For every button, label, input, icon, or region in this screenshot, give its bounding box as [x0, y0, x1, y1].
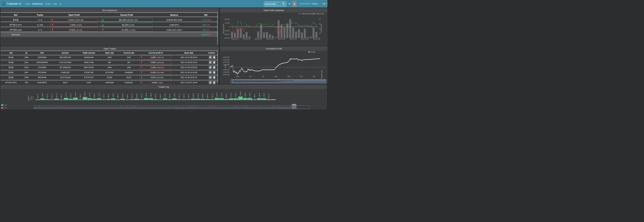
svg-text:1.20 %: 1.20 % — [146, 93, 147, 97]
svg-text:0.42 %: 0.42 % — [37, 94, 38, 99]
svg-text:3,000,000: 3,000,000 — [223, 59, 230, 61]
svg-text:4,000,000: 4,000,000 — [223, 56, 230, 58]
svg-text:Aug: Aug — [274, 75, 277, 77]
svg-text:0.44 %: 0.44 % — [103, 94, 104, 99]
svg-text:0: 0 — [229, 26, 230, 27]
svg-text:-2,000,000: -2,000,000 — [222, 71, 230, 73]
svg-text:0.30 %: 0.30 % — [126, 94, 128, 99]
svg-text:< 0: < 0 — [4, 107, 7, 109]
svg-text:0.54 %: 0.54 % — [155, 94, 156, 98]
svg-text:1.04 %: 1.04 % — [235, 93, 236, 98]
svg-text:Trade Count: Trade Count — [316, 13, 324, 15]
svg-text:0.69 %: 0.69 % — [202, 93, 204, 98]
svg-text:0: 0 — [229, 66, 230, 68]
svg-text:0.51 %: 0.51 % — [268, 94, 270, 99]
svg-text:1.51 %: 1.51 % — [75, 92, 76, 97]
svg-text:1.25 %: 1.25 % — [249, 93, 251, 97]
svg-text:Profit: Profit — [312, 51, 315, 53]
svg-text:40: 40 — [319, 18, 320, 20]
svg-text:2021-11-05: 2021-11-05 — [301, 38, 308, 40]
svg-text:Oct: Oct — [300, 75, 302, 77]
svg-text:Sep: Sep — [287, 75, 290, 77]
svg-text:1.08 %: 1.08 % — [150, 93, 152, 97]
svg-text:2021-10-12: 2021-10-12 — [231, 38, 238, 40]
svg-text:1.26 %: 1.26 % — [244, 93, 246, 97]
svg-text:0.36 %: 0.36 % — [117, 94, 119, 99]
svg-text:0.87 %: 0.87 % — [56, 93, 58, 98]
svg-text:0.45 %: 0.45 % — [188, 94, 190, 99]
svg-text:0.81 %: 0.81 % — [197, 93, 199, 98]
svg-text:1.07 %: 1.07 % — [230, 93, 232, 97]
svg-text:-100,000: -100,000 — [224, 33, 230, 35]
svg-text:0.51 %: 0.51 % — [212, 94, 213, 99]
svg-text:0.59 %: 0.59 % — [226, 94, 227, 98]
svg-text:0.81 %: 0.81 % — [70, 93, 72, 98]
svg-text:2021-11-01: 2021-11-01 — [290, 38, 297, 40]
svg-text:2021-11-09: 2021-11-09 — [313, 38, 320, 40]
svg-text:1.05 %: 1.05 % — [263, 93, 265, 98]
svg-text:0.48 %: 0.48 % — [254, 94, 256, 99]
svg-text:-1,000,000: -1,000,000 — [222, 69, 230, 70]
svg-text:1.00 %: 1.00 % — [42, 93, 43, 98]
svg-text:Absolute profit: Absolute profit — [302, 13, 312, 15]
svg-text:1.02 %: 1.02 % — [112, 93, 114, 98]
svg-text:0.44 %: 0.44 % — [183, 94, 185, 99]
svg-text:2021-10-16: 2021-10-16 — [243, 38, 250, 40]
svg-text:0.51 %: 0.51 % — [178, 94, 180, 99]
svg-text:0.85 %: 0.85 % — [94, 93, 95, 98]
svg-text:May: May — [236, 75, 239, 77]
svg-text:1.28 %: 1.28 % — [216, 93, 218, 97]
svg-text:Nov: Nov — [313, 75, 316, 77]
svg-text:0.34 %: 0.34 % — [160, 94, 161, 99]
svg-text:2,000,000: 2,000,000 — [223, 61, 230, 63]
svg-text:≥ 0: ≥ 0 — [4, 104, 6, 106]
svg-text:-3,000,000: -3,000,000 — [222, 74, 230, 75]
svg-text:2021-10-28: 2021-10-28 — [278, 38, 285, 40]
svg-text:0.81 %: 0.81 % — [136, 93, 138, 98]
svg-text:0.53 %: 0.53 % — [169, 94, 170, 98]
svg-text:2021-10-20: 2021-10-20 — [255, 38, 262, 40]
svg-text:Profit %: Profit % — [28, 96, 29, 101]
svg-text:1.12 %: 1.12 % — [98, 93, 100, 97]
svg-text:Trade Count: Trade Count — [320, 24, 322, 33]
svg-text:Profit: Profit — [224, 64, 226, 68]
svg-text:1.85 %: 1.85 % — [84, 92, 86, 96]
svg-text:0.38 %: 0.38 % — [80, 94, 81, 99]
svg-text:0.65 %: 0.65 % — [108, 94, 109, 98]
svg-text:0.82 %: 0.82 % — [122, 93, 124, 98]
svg-text:50,000: 50,000 — [225, 22, 230, 24]
svg-text:0.35 %: 0.35 % — [60, 94, 62, 99]
svg-text:Absolute profit: Absolute profit — [223, 24, 224, 33]
svg-text:2021-10-24: 2021-10-24 — [266, 38, 274, 40]
svg-text:0.54 %: 0.54 % — [131, 94, 133, 98]
svg-text:2.15 %: 2.15 % — [240, 91, 241, 96]
svg-text:0.37 %: 0.37 % — [51, 94, 53, 99]
svg-text:0.43 %: 0.43 % — [141, 94, 142, 99]
svg-text:0.60 %: 0.60 % — [207, 94, 208, 98]
svg-text:-50,000: -50,000 — [224, 30, 230, 31]
svg-text:2: 2 — [31, 96, 32, 97]
svg-text:Trade Count: Trade Count — [321, 70, 323, 79]
svg-text:1.37 %: 1.37 % — [65, 92, 67, 97]
svg-text:Jun: Jun — [249, 75, 252, 77]
svg-text:1.12 %: 1.12 % — [89, 93, 90, 97]
svg-text:1.09 %: 1.09 % — [259, 93, 260, 97]
svg-text:0.85 %: 0.85 % — [192, 93, 194, 98]
svg-text:0.51 %: 0.51 % — [46, 94, 48, 99]
svg-text:1.15 %: 1.15 % — [221, 93, 222, 97]
svg-text:100,000: 100,000 — [224, 18, 230, 20]
svg-text:-150,000: -150,000 — [224, 37, 230, 39]
svg-text:Jul: Jul — [262, 75, 264, 77]
svg-text:1.03 %: 1.03 % — [164, 93, 166, 98]
svg-text:10: 10 — [319, 33, 320, 34]
svg-text:1.05 %: 1.05 % — [174, 93, 175, 98]
